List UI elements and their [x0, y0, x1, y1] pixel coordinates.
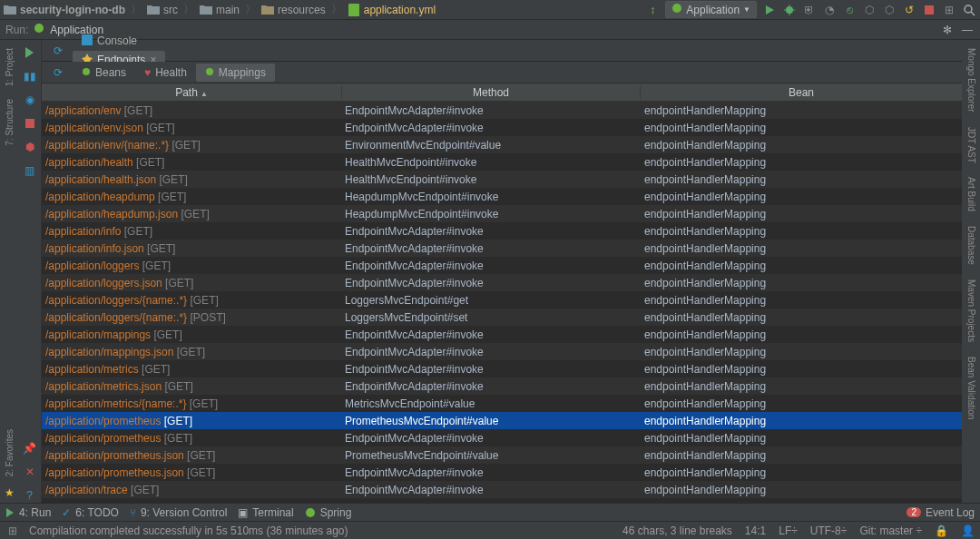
table-row[interactable]: /application/env/{name:.*} [GET]Environm… — [42, 136, 962, 153]
table-row[interactable]: /application/heapdump [GET]HeapdumpMvcEn… — [42, 188, 962, 205]
run-tool-button[interactable]: 4: Run — [5, 506, 51, 519]
table-row[interactable]: /application/mappings [GET]EndpointMvcAd… — [42, 326, 962, 343]
table-row[interactable]: /application/env.json [GET]EndpointMvcAd… — [42, 119, 962, 136]
bc-sep: 〉 — [331, 2, 342, 17]
close-icon[interactable]: ✕ — [23, 465, 37, 479]
yml-file-icon — [348, 4, 360, 16]
table-row[interactable]: /application/prometheus [GET]EndpointMvc… — [42, 429, 962, 446]
cell-path: /application/metrics.json [GET] — [42, 380, 341, 393]
table-row[interactable]: /application/loggers.json [GET]EndpointM… — [42, 274, 962, 291]
table-row[interactable]: /application/trace.json [GET]EndpointMvc… — [42, 498, 962, 503]
tool-art[interactable]: Art Build — [966, 174, 976, 214]
svg-rect-5 — [925, 5, 934, 15]
refresh-icon[interactable]: ↺ — [902, 3, 916, 17]
refresh-icon[interactable]: ⟳ — [51, 44, 65, 58]
status-encoding[interactable]: UTF-8÷ — [810, 524, 848, 537]
spring-tool-button[interactable]: Spring — [305, 506, 352, 519]
cell-method: EndpointMvcAdapter#invoke — [341, 225, 641, 238]
help-icon[interactable]: ? — [23, 488, 37, 503]
cell-bean: endpointHandlerMapping — [641, 260, 962, 272]
bc-main[interactable]: main — [200, 4, 240, 16]
bc-project[interactable]: security-login-no-db — [4, 4, 125, 16]
cell-bean: endpointHandlerMapping — [641, 415, 962, 427]
endpoints-table[interactable]: /application/env [GET]EndpointMvcAdapter… — [42, 102, 962, 503]
tab-console[interactable]: Console — [73, 32, 165, 51]
search-icon[interactable] — [962, 3, 976, 17]
stop-icon[interactable] — [922, 3, 936, 17]
pin-icon[interactable]: 📌 — [23, 441, 37, 456]
table-row[interactable]: /application/health [GET]HealthMvcEndpoi… — [42, 153, 962, 171]
tab-label: Health — [155, 66, 187, 79]
dump-icon[interactable]: ⬢ — [23, 140, 37, 154]
todo-tool-button[interactable]: ✓6: TODO — [62, 506, 119, 519]
pause-icon[interactable]: ▮▮ — [23, 69, 37, 83]
table-row[interactable]: /application/heapdump.json [GET]Heapdump… — [42, 205, 962, 222]
event-log-button[interactable]: 2Event Log — [906, 506, 975, 519]
windows-icon[interactable]: ⊞ — [5, 524, 20, 538]
chart-icon[interactable]: ▥ — [23, 163, 37, 178]
tool-bean[interactable]: Bean Validation — [966, 354, 976, 422]
tool-content: ⟳ ConsoleEndpoints× ⟳ Beans♥HealthMappin… — [42, 40, 962, 503]
cell-path: /application/prometheus.json [GET] — [42, 449, 341, 462]
tool-structure[interactable]: 7: Structure — [5, 96, 15, 149]
column-bean[interactable]: Bean — [641, 86, 962, 99]
tool-database[interactable]: Database — [966, 223, 976, 268]
cell-bean: endpointHandlerMapping — [641, 173, 962, 186]
hide-icon[interactable]: — — [960, 23, 975, 37]
bc-file[interactable]: application.yml — [348, 4, 436, 16]
table-row[interactable]: /application/info.json [GET]EndpointMvcA… — [42, 240, 962, 257]
tool-project[interactable]: 1: Project — [5, 45, 15, 89]
table-row[interactable]: /application/metrics/{name:.*} [GET]Metr… — [42, 395, 962, 412]
table-row[interactable]: /application/loggers [GET]EndpointMvcAda… — [42, 257, 962, 274]
vcs-tool-button[interactable]: ⑂9: Version Control — [130, 506, 227, 519]
table-row[interactable]: /application/loggers/{name:.*} [GET]Logg… — [42, 291, 962, 309]
status-caret[interactable]: 14:1 — [745, 524, 766, 537]
column-path[interactable]: Path▲ — [42, 86, 341, 99]
table-row[interactable]: /application/prometheus [GET]PrometheusM… — [42, 412, 962, 429]
structure-icon[interactable]: ⊞ — [942, 3, 956, 17]
tool-favorites[interactable]: 2: Favorites — [5, 426, 15, 479]
globe-icon[interactable]: ◉ — [23, 93, 37, 107]
right-tool-stripe: Mongo Explorer JDT AST Art Build Databas… — [962, 40, 980, 503]
tool-icon[interactable]: ⬡ — [862, 3, 877, 17]
status-line-sep[interactable]: LF÷ — [779, 524, 798, 537]
profile-icon[interactable]: ◔ — [822, 3, 837, 17]
tab-mappings[interactable]: Mappings — [196, 64, 275, 82]
tab-beans[interactable]: Beans — [73, 64, 135, 82]
table-row[interactable]: /application/metrics [GET]EndpointMvcAda… — [42, 360, 962, 377]
status-git[interactable]: Git: master ÷ — [859, 524, 922, 537]
lock-icon[interactable]: 🔒 — [935, 524, 948, 537]
table-row[interactable]: /application/env [GET]EndpointMvcAdapter… — [42, 102, 962, 119]
tab-health[interactable]: ♥Health — [135, 64, 196, 82]
tool-icon[interactable]: ⬡ — [882, 3, 897, 17]
rerun-icon[interactable] — [23, 45, 37, 60]
coverage-icon[interactable]: ⛨ — [802, 3, 817, 17]
make-icon[interactable]: ↕ — [645, 3, 660, 17]
table-row[interactable]: /application/prometheus.json [GET]Promet… — [42, 446, 962, 464]
table-row[interactable]: /application/health.json [GET]HealthMvcE… — [42, 171, 962, 188]
table-row[interactable]: /application/trace [GET]EndpointMvcAdapt… — [42, 481, 962, 498]
terminal-tool-button[interactable]: ▣Terminal — [238, 506, 293, 519]
run-config-selector[interactable]: Application ▼ — [665, 1, 757, 18]
refresh-icon[interactable]: ⟳ — [51, 65, 65, 80]
hector-icon[interactable]: 👤 — [961, 524, 975, 537]
table-row[interactable]: /application/info [GET]EndpointMvcAdapte… — [42, 222, 962, 240]
column-method[interactable]: Method — [341, 86, 641, 99]
cell-method: EndpointMvcAdapter#invoke — [341, 104, 641, 117]
bc-src[interactable]: src — [147, 4, 178, 16]
folder-icon — [4, 4, 16, 16]
gear-icon[interactable]: ✻ — [940, 23, 955, 37]
table-row[interactable]: /application/mappings.json [GET]Endpoint… — [42, 343, 962, 360]
table-row[interactable]: /application/loggers/{name:.*} [POST]Log… — [42, 309, 962, 326]
bc-resources[interactable]: resources — [261, 4, 326, 16]
stop-icon[interactable] — [23, 116, 37, 131]
tool-jdtast[interactable]: JDT AST — [966, 124, 976, 166]
attach-icon[interactable]: ⎋ — [842, 3, 857, 17]
tool-maven[interactable]: Maven Projects — [966, 277, 976, 345]
run-icon[interactable] — [762, 3, 777, 17]
table-row[interactable]: /application/prometheus.json [GET]Endpoi… — [42, 464, 962, 481]
cell-path: /application/mappings.json [GET] — [42, 346, 341, 358]
table-row[interactable]: /application/metrics.json [GET]EndpointM… — [42, 377, 962, 395]
tool-mongo[interactable]: Mongo Explorer — [966, 45, 976, 115]
debug-icon[interactable] — [782, 3, 797, 17]
